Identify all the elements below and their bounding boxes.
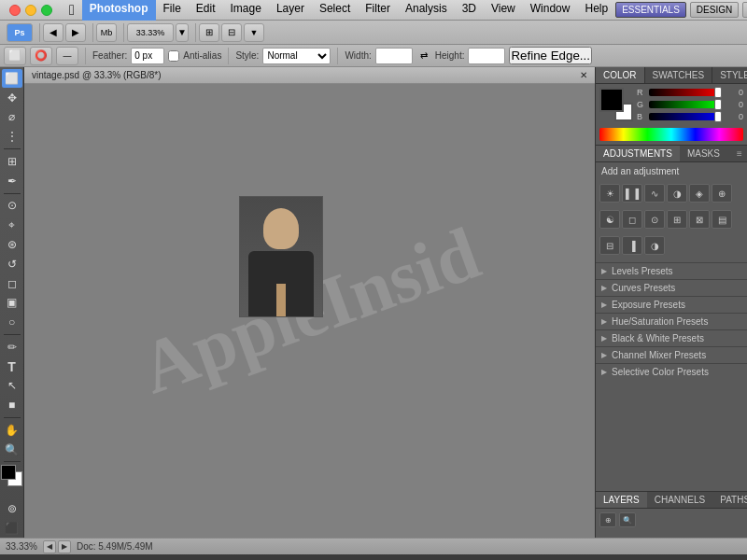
selection-tool-rect[interactable]: ⬜: [4, 47, 26, 65]
preset-curves[interactable]: ▶ Curves Presets: [596, 279, 747, 296]
menu-3d[interactable]: 3D: [455, 0, 484, 21]
width-input[interactable]: [375, 48, 413, 64]
foreground-color[interactable]: [1, 465, 16, 480]
close-button[interactable]: [9, 5, 21, 16]
tab-color[interactable]: COLOR: [596, 67, 645, 83]
adj-curves[interactable]: ∿: [644, 184, 665, 203]
arrange-docs-button[interactable]: ⊟: [221, 23, 242, 42]
tool-lasso[interactable]: ⌀: [2, 108, 22, 127]
swap-dimensions-button[interactable]: ⇄: [416, 49, 431, 63]
foreground-background-colors[interactable]: [1, 465, 23, 487]
apple-menu[interactable]: : [62, 0, 82, 21]
preset-levels[interactable]: ▶ Levels Presets: [596, 262, 747, 279]
adj-exposure[interactable]: ◑: [667, 184, 687, 203]
adj-color-balance[interactable]: ☯: [599, 210, 620, 229]
menu-filter[interactable]: Filter: [358, 0, 398, 21]
menu-layer[interactable]: Layer: [269, 0, 312, 21]
menu-select[interactable]: Select: [312, 0, 358, 21]
maximize-button[interactable]: [41, 5, 52, 16]
bridge-button[interactable]: Mb: [96, 23, 117, 42]
workspace-design[interactable]: DESIGN: [690, 2, 739, 18]
menu-analysis[interactable]: Analysis: [398, 0, 455, 21]
feather-input[interactable]: [131, 48, 164, 64]
menu-help[interactable]: Help: [577, 0, 615, 21]
screen-mode-button[interactable]: ⊞: [199, 23, 219, 42]
tab-paths[interactable]: PATHS: [712, 492, 747, 508]
menu-window[interactable]: Window: [523, 0, 578, 21]
tool-screen-mode[interactable]: ⬛: [2, 519, 22, 538]
selection-tool-ellipse[interactable]: ⭕: [30, 47, 52, 65]
tool-marquee[interactable]: ⬜: [2, 69, 22, 88]
tool-eraser[interactable]: ◻: [2, 274, 22, 293]
preset-bw[interactable]: ▶ Black & White Presets: [596, 329, 747, 346]
tool-shape[interactable]: ■: [2, 396, 22, 414]
tab-adjustments[interactable]: ADJUSTMENTS: [596, 146, 680, 161]
tool-quick-mask[interactable]: ⊚: [2, 499, 22, 518]
status-next-button[interactable]: ▶: [58, 540, 71, 553]
tool-brush[interactable]: ⌖: [2, 216, 22, 234]
selection-tool-row[interactable]: —: [56, 47, 78, 65]
layers-icon-1[interactable]: ⊕: [599, 512, 616, 527]
adj-vibrance[interactable]: ◈: [689, 184, 710, 203]
tool-move[interactable]: ✥: [2, 89, 22, 107]
foreground-color-swatch[interactable]: [599, 88, 624, 112]
canvas-container[interactable]: AppleInsid: [24, 84, 595, 538]
nav-back-button[interactable]: ◀: [43, 23, 63, 42]
zoom-arrow[interactable]: ▼: [176, 23, 189, 42]
adj-selective-color[interactable]: ◑: [644, 236, 665, 255]
color-spectrum[interactable]: [599, 128, 743, 141]
b-slider[interactable]: [649, 113, 722, 120]
nav-forward-button[interactable]: ▶: [65, 23, 86, 42]
adj-invert[interactable]: ⊠: [689, 210, 710, 229]
adj-hue-sat[interactable]: ⊕: [712, 184, 732, 203]
style-select[interactable]: Normal Fixed Ratio Fixed Size: [262, 48, 331, 64]
tab-masks[interactable]: MASKS: [680, 146, 727, 161]
layers-icon-2[interactable]: 🔍: [619, 512, 636, 527]
preset-hue-sat[interactable]: ▶ Hue/Saturation Presets: [596, 313, 747, 329]
anti-alias-checkbox[interactable]: [168, 50, 179, 62]
adj-gradient-map[interactable]: ▐: [622, 236, 642, 255]
preset-selective-color[interactable]: ▶ Selective Color Presets: [596, 363, 747, 380]
preset-channel-mixer[interactable]: ▶ Channel Mixer Presets: [596, 346, 747, 363]
adj-brightness[interactable]: ☀: [599, 184, 620, 203]
menu-image[interactable]: Image: [223, 0, 269, 21]
adj-channel-mixer[interactable]: ⊞: [667, 210, 687, 229]
tool-gradient[interactable]: ▣: [2, 293, 22, 312]
tool-eyedropper[interactable]: ✒: [2, 172, 22, 190]
height-input[interactable]: [468, 48, 505, 64]
workspace-painting[interactable]: PAINTING: [742, 2, 747, 18]
menu-file[interactable]: File: [156, 0, 189, 21]
tool-path-select[interactable]: ↖: [2, 376, 22, 395]
tool-crop[interactable]: ⊞: [2, 152, 22, 171]
color-preview-box[interactable]: [599, 88, 633, 121]
tool-pen[interactable]: ✏: [2, 338, 22, 357]
tool-type[interactable]: T: [2, 357, 22, 376]
r-slider[interactable]: [649, 89, 722, 96]
menu-view[interactable]: View: [484, 0, 523, 21]
g-slider[interactable]: [649, 101, 722, 108]
tool-dodge[interactable]: ○: [2, 313, 22, 331]
tool-magic-wand[interactable]: ⋮: [2, 127, 22, 146]
tool-history-brush[interactable]: ↺: [2, 255, 22, 273]
preset-exposure[interactable]: ▶ Exposure Presets: [596, 296, 747, 313]
status-prev-button[interactable]: ◀: [43, 540, 56, 553]
adj-threshold[interactable]: ⊟: [599, 236, 620, 255]
tool-hand[interactable]: ✋: [2, 421, 22, 440]
adj-posterize[interactable]: ▤: [712, 210, 732, 229]
zoom-dropdown[interactable]: 33.33%: [127, 23, 174, 42]
menu-edit[interactable]: Edit: [189, 0, 223, 21]
tool-clone[interactable]: ⊛: [2, 235, 22, 254]
tab-styles[interactable]: STYLES: [712, 67, 747, 83]
tab-layers[interactable]: LAYERS: [596, 492, 647, 508]
arrange-more-button[interactable]: ▼: [244, 23, 264, 42]
refine-edge-button[interactable]: Refine Edge...: [509, 47, 591, 64]
adjustments-panel-collapse[interactable]: ≡: [732, 146, 747, 161]
tool-spot-heal[interactable]: ⊙: [2, 197, 22, 216]
tab-swatches[interactable]: SWATCHES: [645, 67, 713, 83]
canvas-close-button[interactable]: ✕: [580, 70, 587, 80]
minimize-button[interactable]: [25, 5, 36, 16]
adj-photo-filter[interactable]: ⊙: [644, 210, 665, 229]
tab-channels[interactable]: CHANNELS: [647, 492, 712, 508]
menu-photoshop[interactable]: Photoshop: [82, 0, 156, 21]
tool-zoom[interactable]: 🔍: [2, 441, 22, 459]
